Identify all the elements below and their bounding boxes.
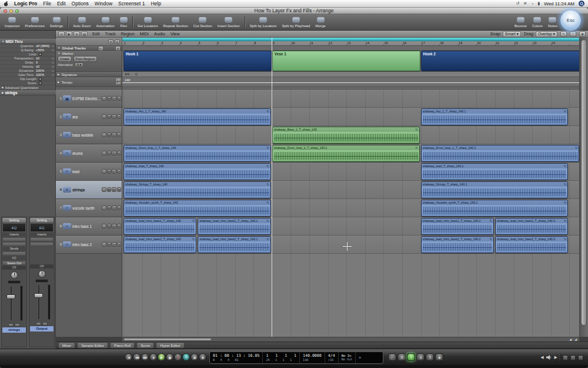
toolbar-settings-button[interactable]: Settings bbox=[48, 15, 65, 29]
toolbar-insert-section-button[interactable]: Insert Section bbox=[215, 15, 242, 29]
track-freeze-button[interactable]: ∗ bbox=[117, 132, 122, 137]
send-slot[interactable] bbox=[2, 251, 26, 256]
track-header-bass-wobble[interactable]: 3≈bass wobble◦MS∗ bbox=[56, 126, 122, 144]
track-freeze-button[interactable]: ∗ bbox=[117, 169, 122, 174]
transport-replace-button[interactable]: ◆ bbox=[199, 353, 206, 361]
toolbar-split-by-locators-button[interactable]: Split by Locators bbox=[248, 15, 279, 29]
track-solo-button[interactable]: S bbox=[112, 114, 116, 119]
track-header-strings[interactable]: 6≈strings◦MS∗ bbox=[56, 181, 122, 199]
menu-clock[interactable]: Wed 11:24 AM bbox=[544, 1, 574, 6]
track-solo-button[interactable]: S bbox=[112, 96, 116, 101]
playhead[interactable] bbox=[272, 38, 272, 337]
toolbar-inspector-button[interactable]: Inspector bbox=[2, 15, 22, 29]
transport-metronome-button[interactable]: ♪ bbox=[407, 353, 415, 361]
region-shabway-lead-intro-bass2-t-sharp-140-2[interactable]: shabway_lead_intro_bass2_T_sharp_140.2↻ bbox=[421, 236, 494, 253]
transport-lcd[interactable]: 01 : 00 : 13 : 16.05 8 4 4 81 1 1 1 1 25… bbox=[209, 352, 383, 364]
horizontal-scrollbar[interactable] bbox=[122, 337, 579, 342]
inspector-param-clip-length[interactable]: Clip Length: bbox=[0, 77, 56, 81]
track-freeze-button[interactable]: ∗ bbox=[117, 224, 122, 228]
transport-autopunch-button[interactable]: ▣ bbox=[191, 353, 198, 361]
transport-count-in-button[interactable]: 12 bbox=[397, 353, 406, 361]
region-shabway-lead-intro-bass1-t-sharp-140-1[interactable]: shabway_lead_intro_bass1_T_sharp_140.1↻ bbox=[198, 218, 270, 235]
track-record-enable-button[interactable]: ◦ bbox=[102, 169, 106, 174]
dynamics-slot[interactable]: Off bbox=[30, 264, 54, 268]
strip-name[interactable]: strings bbox=[2, 327, 26, 333]
zoom-window-button[interactable] bbox=[15, 9, 19, 13]
region-shabway-lead-intro-bass1-t-sharp-140-3[interactable]: shabway_lead_intro_bass1_T_sharp_140.3↻ bbox=[495, 218, 568, 235]
menu-options[interactable]: Options bbox=[72, 1, 89, 6]
vertical-scrollbar-thumb[interactable] bbox=[581, 39, 587, 326]
link-icon[interactable]: ∞ bbox=[58, 31, 65, 37]
zoom-horizontal-slider[interactable]: ◢ bbox=[569, 337, 572, 341]
inspector-param-gate-time[interactable]: Gate Time:100%⇅ bbox=[0, 73, 56, 77]
transport-master-button[interactable]: ◉ bbox=[435, 353, 443, 361]
inspector-param-delay[interactable]: Delay:0⇅ bbox=[0, 61, 56, 65]
track-record-enable-button[interactable]: ◦ bbox=[102, 96, 106, 101]
mute-button[interactable] bbox=[36, 322, 41, 326]
track-header-evp88-electric[interactable]: 1▦EVP88 Electric ...◦MS∗ bbox=[56, 89, 122, 108]
secondary-tool-button[interactable]: ∕ bbox=[570, 31, 576, 37]
eq-display[interactable]: EQ bbox=[2, 223, 26, 232]
track-solo-button[interactable]: S bbox=[112, 205, 116, 210]
checkbox[interactable] bbox=[39, 53, 42, 56]
transport-go-to-beginning-button[interactable]: |◀ bbox=[125, 353, 132, 361]
region-shabway-vocoder-synth-t-sharp-140[interactable]: shabway_Vocoder_synth_T_sharp_140↻ bbox=[123, 200, 271, 217]
inspector-param-score[interactable]: Score: bbox=[0, 81, 56, 85]
region-shabway-lead-t-sharp-140-1[interactable]: shabway_lead_T_sharp_140.1↻ bbox=[421, 163, 569, 180]
global-tracks-corner-button[interactable]: ▾ bbox=[108, 39, 113, 44]
eq-display[interactable]: EQ bbox=[30, 223, 54, 232]
toolbar-merge-button[interactable]: Merge bbox=[313, 15, 328, 29]
arrange-menu-track[interactable]: Track bbox=[105, 31, 116, 37]
arrange-menu-midi[interactable]: MIDI bbox=[140, 31, 149, 37]
region-shabway-lead-intro-bass2-t-sharp-140-3[interactable]: shabway_lead_intro_bass2_T_sharp_140.3↻ bbox=[495, 236, 568, 253]
output-slot[interactable]: Stereo Out bbox=[2, 261, 26, 265]
global-tracks-minus-button[interactable]: − bbox=[98, 46, 103, 51]
toolbar-flex-button[interactable]: Flex bbox=[118, 15, 130, 29]
transport-cycle-button[interactable]: ↻ bbox=[182, 353, 190, 361]
close-window-button[interactable] bbox=[4, 9, 7, 13]
lcd-tempo-section[interactable]: 140.0000 130 bbox=[300, 352, 325, 363]
from-regions-button[interactable]: From Regions bbox=[74, 56, 98, 62]
region-shabway-drum-loop-1-t-sharp-140-1[interactable]: shabway_Drum_loop_1_T_sharp_140.1↻ bbox=[272, 145, 420, 162]
master-volume-up-button[interactable]: ▶ bbox=[554, 355, 557, 360]
signature-track-header[interactable]: ▶Signature bbox=[56, 72, 122, 77]
arrange-menu-edit[interactable]: Edit bbox=[92, 31, 100, 37]
bar-ruler[interactable]: 123456789101112131415161718192021222324 bbox=[122, 38, 579, 46]
lcd-midi-section[interactable]: No In No Out bbox=[339, 352, 356, 363]
track-solo-button[interactable]: S bbox=[112, 242, 116, 247]
create-marker-button[interactable]: Create bbox=[58, 56, 72, 62]
track-header-lead[interactable]: 5≈lead◦MS∗ bbox=[56, 163, 122, 181]
insert-slot[interactable] bbox=[30, 237, 54, 241]
toolbar-notes-button[interactable]: Notes bbox=[546, 15, 560, 29]
lcd-time-section[interactable]: 01 : 00 : 13 : 16.05 8 4 4 81 bbox=[210, 352, 263, 363]
track-mute-button[interactable]: M bbox=[107, 169, 112, 174]
volume-fader[interactable] bbox=[34, 293, 43, 298]
global-tracks-header[interactable]: ▼Global Tracks − + bbox=[56, 46, 122, 51]
track-record-enable-button[interactable]: ◦ bbox=[102, 132, 106, 137]
track-solo-button[interactable]: S bbox=[112, 169, 116, 174]
track-mute-button[interactable]: M bbox=[107, 242, 112, 247]
lcd-position-section[interactable]: 1 1 1 1 25 1 1 1 bbox=[263, 352, 300, 363]
track-record-enable-button[interactable]: ◦ bbox=[102, 187, 106, 192]
apple-logo-icon[interactable] bbox=[4, 1, 8, 6]
menu-edit[interactable]: Edit bbox=[57, 1, 66, 6]
inspector-track-row[interactable]: ▶strings bbox=[0, 90, 56, 95]
track-header-intro-bass-2[interactable]: 9≈intro bass 2◦MS∗ bbox=[56, 236, 122, 254]
region-shabway-vocoder-synth-t-sharp-140-1[interactable]: shabway_Vocoder_synth_T_sharp_140.1↻ bbox=[421, 200, 569, 217]
lcd-signature-section[interactable]: 4/4 /16 bbox=[325, 352, 339, 363]
menu-file[interactable]: File bbox=[43, 1, 51, 6]
master-volume-down-button[interactable]: ◀ bbox=[540, 355, 543, 360]
toolbar-auto-zoom-button[interactable]: Auto Zoom bbox=[71, 15, 93, 29]
region-shabway-lead-intro-bass2-t-sharp-140[interactable]: shabway_lead_intro_bass2_T_sharp_140↻ bbox=[123, 236, 196, 253]
track-header-arp[interactable]: 2≈arp◦MS∗ bbox=[56, 108, 122, 126]
region-shabway-lead-intro-bass2-t-sharp-140-1[interactable]: shabway_lead_intro_bass2_T_sharp_140.1↻ bbox=[198, 236, 270, 253]
transport-solo-button[interactable]: S bbox=[426, 353, 434, 361]
transport-extra-button-2[interactable] bbox=[570, 355, 576, 360]
tab-score[interactable]: Score bbox=[136, 342, 154, 349]
transport-pause-button[interactable]: ▮▮ bbox=[166, 353, 173, 361]
midi-out-icon[interactable]: ≡ bbox=[74, 31, 80, 37]
toolbar-bounce-button[interactable]: Bounce bbox=[512, 15, 529, 29]
midi-thru-header[interactable]: ▼MIDI Thru bbox=[0, 39, 56, 44]
transport-forward-button[interactable]: ▶▶ bbox=[141, 353, 149, 361]
track-mute-button[interactable]: M bbox=[107, 224, 112, 228]
